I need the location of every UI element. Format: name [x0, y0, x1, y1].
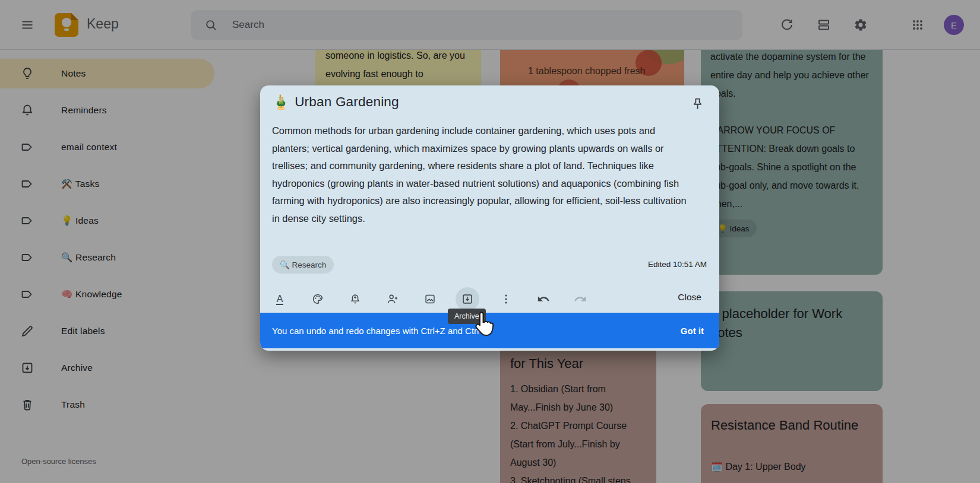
- plant-emoji: 🎍: [272, 94, 290, 110]
- more-options-button[interactable]: [494, 287, 518, 311]
- close-button[interactable]: Close: [678, 292, 701, 303]
- background-options-button[interactable]: [306, 287, 330, 311]
- image-icon: [423, 293, 437, 306]
- undo-button[interactable]: [532, 287, 555, 311]
- bell-plus-icon: [349, 293, 362, 306]
- google-keep-app: someone in logistics. So, are you evolvi…: [0, 0, 980, 483]
- kebab-menu-icon: [500, 293, 513, 306]
- archive-button[interactable]: [456, 287, 479, 311]
- add-image-button[interactable]: [418, 287, 442, 311]
- mouse-cursor-icon: [471, 311, 496, 342]
- pin-button[interactable]: [685, 91, 710, 116]
- undo-icon: [537, 293, 550, 306]
- reminder-button[interactable]: [343, 287, 367, 311]
- archive-icon: [461, 293, 474, 306]
- collaborator-button[interactable]: [381, 287, 404, 311]
- got-it-button[interactable]: Got it: [681, 326, 704, 336]
- edited-timestamp: Edited 10:51 AM: [648, 260, 707, 269]
- palette-icon: [311, 293, 324, 306]
- note-title[interactable]: 🎍 Urban Gardening: [272, 94, 399, 110]
- note-body-text[interactable]: Common methods for urban gardening inclu…: [272, 122, 693, 228]
- redo-icon: [574, 293, 587, 306]
- format-text-icon: A: [276, 294, 284, 305]
- note-title-text: Urban Gardening: [295, 94, 399, 110]
- person-plus-icon: [386, 293, 399, 306]
- formatting-options-button[interactable]: A: [268, 287, 292, 311]
- label-chip-research[interactable]: 🔍 Research: [272, 256, 334, 274]
- snackbar-message: You can undo and redo changes with Ctrl+…: [272, 326, 491, 336]
- redo-button[interactable]: [568, 287, 592, 311]
- pin-icon: [690, 97, 705, 112]
